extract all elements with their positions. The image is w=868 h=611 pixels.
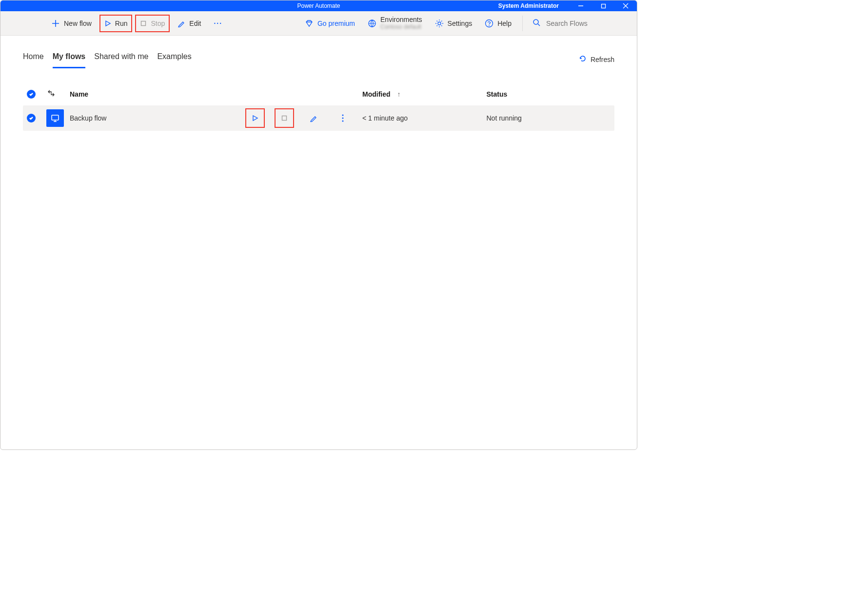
- more-button[interactable]: ···: [209, 15, 227, 32]
- globe-icon: [368, 19, 376, 28]
- edit-button[interactable]: Edit: [173, 15, 206, 32]
- pencil-icon: [310, 114, 317, 122]
- new-flow-button[interactable]: New flow: [46, 15, 97, 32]
- maximize-icon: [601, 3, 606, 9]
- new-flow-label: New flow: [64, 20, 92, 27]
- environments-button[interactable]: Environments Contoso default: [363, 15, 427, 32]
- stop-icon: [281, 115, 288, 122]
- flow-modified: < 1 minute ago: [362, 114, 487, 122]
- svg-marker-6: [106, 21, 110, 26]
- diamond-icon: [305, 19, 314, 28]
- close-icon: [623, 3, 629, 9]
- row-edit-button[interactable]: [304, 108, 323, 128]
- modified-column-header[interactable]: Modified ↑: [362, 90, 487, 98]
- svg-line-13: [538, 24, 540, 26]
- minimize-button[interactable]: [570, 0, 592, 11]
- edit-label: Edit: [189, 20, 201, 27]
- close-button[interactable]: [614, 0, 637, 11]
- refresh-label: Refresh: [591, 56, 614, 63]
- go-premium-button[interactable]: Go premium: [300, 15, 360, 32]
- type-icon-header: [46, 89, 70, 100]
- plus-icon: [51, 19, 60, 28]
- run-label: Run: [115, 20, 128, 27]
- content-area: Home My flows Shared with me Examples Re…: [0, 36, 637, 131]
- pencil-icon: [178, 20, 185, 27]
- run-button[interactable]: Run: [99, 15, 133, 32]
- stop-button[interactable]: Stop: [135, 15, 170, 32]
- stop-label: Stop: [151, 20, 165, 27]
- environments-label: Environments: [380, 16, 422, 23]
- go-premium-label: Go premium: [317, 20, 355, 27]
- stop-icon: [140, 20, 147, 27]
- tab-examples[interactable]: Examples: [157, 50, 191, 68]
- divider: [522, 16, 523, 31]
- maximize-button[interactable]: [592, 0, 614, 11]
- name-column-header[interactable]: Name: [70, 90, 245, 98]
- tab-my-flows[interactable]: My flows: [53, 50, 86, 68]
- svg-point-10: [486, 20, 493, 27]
- minimize-icon: [578, 3, 584, 9]
- svg-rect-18: [282, 116, 287, 121]
- svg-marker-17: [253, 116, 257, 121]
- play-icon: [104, 20, 111, 27]
- svg-rect-7: [141, 21, 146, 25]
- tab-shared[interactable]: Shared with me: [94, 50, 148, 68]
- table-row[interactable]: Backup flow < 1 minute ago Not running: [23, 105, 614, 131]
- svg-point-19: [342, 115, 344, 116]
- table-header: Name Modified ↑ Status: [23, 83, 614, 105]
- settings-button[interactable]: Settings: [430, 15, 477, 32]
- svg-point-20: [342, 118, 344, 119]
- svg-rect-1: [601, 4, 605, 8]
- gear-icon: [435, 19, 444, 28]
- row-checkbox[interactable]: [27, 114, 46, 122]
- status-column-header[interactable]: Status: [487, 90, 611, 98]
- play-icon: [252, 115, 258, 122]
- tab-home[interactable]: Home: [23, 50, 44, 68]
- ellipsis-icon: ···: [214, 20, 222, 27]
- search-input[interactable]: [545, 19, 633, 28]
- window-controls: [570, 0, 637, 11]
- help-button[interactable]: Help: [480, 15, 516, 32]
- vertical-ellipsis-icon: [342, 114, 344, 122]
- search-box[interactable]: [529, 19, 633, 28]
- svg-point-9: [438, 22, 441, 25]
- titlebar: Power Automate System Administrator: [0, 0, 637, 11]
- help-label: Help: [497, 20, 512, 27]
- search-icon: [533, 19, 540, 28]
- svg-point-11: [489, 25, 490, 26]
- row-more-button[interactable]: [333, 108, 353, 128]
- svg-rect-14: [52, 115, 59, 120]
- environment-current: Contoso default: [380, 24, 422, 30]
- row-stop-button[interactable]: [275, 108, 294, 128]
- flow-type-icon: [46, 109, 70, 127]
- flows-table: Name Modified ↑ Status Backup flow: [23, 83, 614, 131]
- app-title: Power Automate: [297, 2, 340, 9]
- command-bar: New flow Run Stop Edit ··· Go premium: [0, 11, 637, 36]
- refresh-icon: [579, 55, 587, 64]
- flow-name: Backup flow: [70, 114, 245, 122]
- refresh-button[interactable]: Refresh: [579, 55, 614, 64]
- flow-status: Not running: [487, 114, 611, 122]
- user-name: System Administrator: [498, 2, 559, 9]
- help-icon: [485, 19, 493, 28]
- nav-tabs: Home My flows Shared with me Examples: [23, 50, 192, 68]
- svg-point-12: [533, 20, 538, 24]
- svg-point-21: [342, 121, 344, 122]
- row-run-button[interactable]: [245, 108, 265, 128]
- sort-asc-icon: ↑: [397, 90, 400, 98]
- select-all-header[interactable]: [27, 90, 46, 99]
- settings-label: Settings: [448, 20, 473, 27]
